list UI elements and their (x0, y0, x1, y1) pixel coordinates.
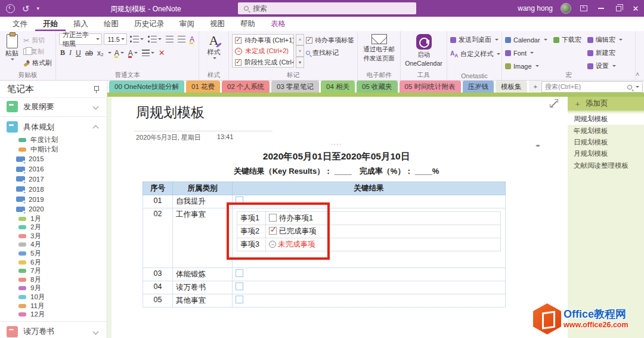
ribbon-display-options-icon[interactable] (580, 5, 587, 11)
section-group-2017[interactable]: 2017 (0, 174, 107, 185)
undo-icon[interactable]: ↺ (22, 4, 30, 13)
macro-image-button[interactable]: Image (505, 61, 547, 71)
chevron-down-icon[interactable] (93, 104, 99, 110)
week-range-heading[interactable]: 2020年05月01日至2020年05月10日 (132, 150, 540, 163)
tab-view[interactable]: 视图 (202, 17, 233, 31)
table-row[interactable]: 05 其他事宜 (143, 294, 506, 308)
new-macro-button[interactable]: 新建宏 (587, 48, 623, 58)
strikethrough-button[interactable]: ab (84, 49, 94, 57)
onecalendar-button[interactable]: 启动 OneCalendar (404, 33, 444, 67)
bullet-list-icon[interactable] (129, 36, 145, 42)
avatar[interactable] (561, 3, 571, 14)
add-section-tab[interactable]: + (529, 81, 543, 93)
font-size-select[interactable]: 11.5 (104, 33, 127, 45)
table-row[interactable]: 03 体能锻炼 (143, 268, 506, 281)
notebook-fazhangangyao[interactable]: 发展纲要 (0, 98, 107, 115)
section-group-2016[interactable]: 2016 (0, 164, 107, 174)
increase-indent-icon[interactable] (177, 36, 187, 42)
format-painter-button[interactable]: 格式刷 (23, 58, 52, 68)
tab-insert[interactable]: 插入 (66, 17, 96, 31)
section-month-9[interactable]: 9月 (0, 284, 107, 293)
subscript-button[interactable]: x₂ (96, 49, 105, 57)
section-tab-04[interactable]: 04 相关 (321, 81, 355, 93)
pin-icon[interactable] (93, 85, 100, 93)
section-group-2019[interactable]: 2019 (0, 194, 107, 204)
todo-checkbox-icon[interactable] (236, 269, 243, 277)
numbered-list-icon[interactable] (147, 36, 163, 42)
section-month-12[interactable]: 12月 (0, 310, 107, 319)
underline-button[interactable]: U (75, 49, 82, 57)
note-outline[interactable]: ···· ◂▸ 2020年05月01日至2020年05月10日 关键结果（Key… (132, 143, 540, 308)
section-zhongqijihua[interactable]: 中期计划 (0, 145, 107, 155)
section-month-3[interactable]: 3月 (0, 232, 107, 241)
section-month-10[interactable]: 10月 (0, 293, 107, 302)
section-niandujihua[interactable]: 年度计划 (0, 136, 107, 145)
page-canvas[interactable]: 周规划模板 2020年5月3日, 星期日 13:41 ···· ◂▸ 2020年… (107, 97, 568, 338)
tab-file[interactable]: 文件 (5, 17, 35, 31)
send-to-desktop-button[interactable]: 发送到桌面 (450, 35, 499, 45)
section-tab-02[interactable]: 02 个人系统 (222, 81, 270, 93)
page-item-literature-template[interactable]: 文献阅读整理模板 (568, 160, 644, 171)
user-name[interactable]: wang hong (518, 4, 553, 13)
notebook-jutiguihua[interactable]: 具体规划 (0, 118, 107, 136)
tag-phase-complete[interactable]: 阶段性完成 (Ctrl+3) (233, 57, 293, 67)
tab-draw[interactable]: 绘图 (96, 17, 126, 31)
section-month-7[interactable]: 7月 (0, 266, 107, 275)
edit-macro-button[interactable]: 编辑宏 (587, 35, 623, 45)
styles-button[interactable]: A 样式 (202, 33, 225, 60)
download-macros-button[interactable]: 下载宏 (553, 35, 581, 45)
tag-incomplete[interactable]: 未定成 (Ctrl+2) (233, 46, 293, 57)
tab-review[interactable]: 审阅 (172, 17, 202, 31)
section-tab-templates[interactable]: 模板集 (496, 81, 527, 93)
page-title[interactable]: 周规划模板 (136, 103, 205, 122)
section-group-2020[interactable]: 2020 (0, 204, 107, 214)
fullscreen-expand-icon[interactable] (550, 99, 558, 107)
delete-button[interactable]: ✕ (157, 48, 166, 57)
add-page-button[interactable]: ＋ 添加页 (568, 97, 644, 112)
chevron-up-icon[interactable] (93, 125, 99, 131)
close-icon[interactable]: ✕ (631, 4, 640, 13)
tags-scroll-up[interactable]: ˄ (296, 34, 304, 45)
restore-icon[interactable] (616, 6, 621, 11)
email-page-button[interactable]: 通过电子邮 件发送页面 (361, 33, 397, 62)
tab-table-tools[interactable]: 表格 (263, 17, 293, 31)
macro-settings-button[interactable]: 设置 (587, 61, 623, 71)
decrease-indent-icon[interactable] (165, 36, 175, 42)
titlebar-search-box[interactable]: 搜索 (238, 2, 416, 14)
paragraph-align-button[interactable] (141, 50, 156, 56)
page-search-box[interactable]: 搜索(Ctrl+E) (541, 81, 643, 93)
italic-button[interactable]: I (68, 48, 73, 57)
tags-more[interactable]: ▾ (296, 57, 304, 68)
page-date[interactable]: 2020年5月3日, 星期日 (136, 133, 201, 142)
section-tab-00[interactable]: 00 OneNote技能分解 (109, 81, 184, 93)
font-name-select[interactable]: 方正兰亭细黑 (59, 33, 102, 45)
quick-access-customize-icon[interactable]: ▾ (37, 5, 40, 11)
chevron-down-icon[interactable] (108, 52, 112, 54)
back-icon[interactable] (6, 4, 15, 13)
section-month-8[interactable]: 8月 (0, 275, 107, 284)
tags-scroll-down[interactable]: ˅ (296, 45, 304, 57)
highlight-button[interactable]: A (113, 49, 125, 57)
todo-checkbox-icon[interactable] (236, 282, 243, 290)
todo-checkbox-icon[interactable] (236, 296, 243, 303)
clear-formatting-icon[interactable]: A (188, 35, 196, 44)
outline-move-handle[interactable]: ···· ◂▸ (132, 143, 540, 149)
table-row[interactable]: 04 读万卷书 (143, 281, 506, 294)
chevron-down-icon[interactable] (93, 328, 99, 334)
cut-button[interactable]: ✂剪切 (23, 35, 52, 45)
custom-styles-button[interactable]: AA自定义样式 (450, 49, 499, 59)
font-color-button[interactable]: A (127, 49, 139, 57)
tab-help[interactable]: 帮助 (233, 17, 263, 31)
page-item-year-template[interactable]: 年规划模板 (568, 125, 644, 136)
paste-button[interactable]: 粘贴 (3, 33, 21, 71)
section-group-2018[interactable]: 2018 (0, 184, 107, 194)
section-group-2015[interactable]: 2015 (0, 154, 107, 164)
todo-tag-button[interactable]: 待办事项标签 (306, 35, 354, 45)
section-month-5[interactable]: 5月 (0, 249, 107, 258)
section-month-4[interactable]: 4月 (0, 241, 107, 250)
key-results-line[interactable]: 关键结果（Key Results）： ____ 完成率（%）： ____% (132, 166, 540, 177)
minimize-icon[interactable] (598, 8, 604, 9)
section-month-6[interactable]: 6月 (0, 258, 107, 267)
page-item-month-template[interactable]: 月规划模板 (568, 148, 644, 159)
page-item-day-template[interactable]: 日规划模板 (568, 137, 644, 148)
